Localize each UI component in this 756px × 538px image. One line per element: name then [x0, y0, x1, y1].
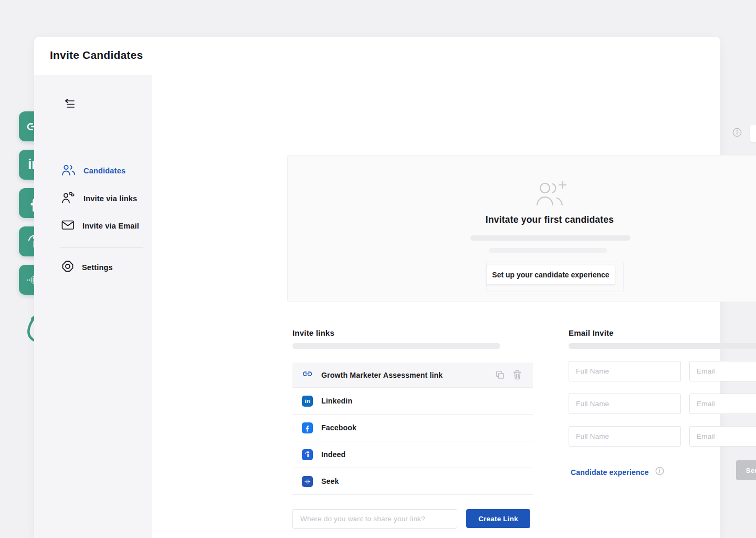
window-header: Invite Candidates [34, 37, 720, 75]
candidate-experience-label: Candidate experience [571, 468, 649, 477]
sidebar-item-label: Candidates [83, 167, 125, 175]
list-item-assessment-link[interactable]: Growth Marketer Assessment link [292, 363, 533, 388]
send-invites-button[interactable]: Send Invites [736, 460, 756, 480]
settings-icon [61, 260, 74, 275]
info-icon[interactable] [732, 128, 742, 137]
empty-state-panel: Invitate your first candidates Set up yo… [287, 155, 756, 302]
sidebar-divider [60, 247, 143, 248]
invite-candidates-window: Invite Candidates Candidates [34, 37, 720, 538]
collapse-sidebar-icon[interactable] [63, 99, 76, 109]
full-name-field[interactable] [569, 361, 681, 381]
sidebar-item-candidates[interactable]: Candidates [61, 163, 125, 178]
trash-icon[interactable] [512, 370, 522, 380]
copy-icon[interactable] [495, 370, 505, 380]
indeed-icon [302, 449, 313, 460]
skeleton-line [292, 343, 500, 349]
list-item-label: Linkedin [321, 397, 352, 405]
person-link-icon [61, 192, 76, 206]
list-item-label: Seek [321, 477, 339, 485]
list-item-label: Growth Marketer Assessment link [321, 371, 443, 379]
list-item-label: Facebook [321, 423, 356, 432]
seek-icon [302, 476, 313, 487]
sidebar: Candidates Invite via links Invite v [34, 75, 152, 538]
import-csv-button[interactable]: Import CSV [750, 124, 756, 142]
list-item-facebook[interactable]: Facebook [292, 415, 533, 441]
linkedin-icon: in [302, 396, 313, 407]
share-link-input[interactable] [292, 509, 457, 529]
empty-state-title: Invitate your first candidates [288, 214, 756, 225]
info-icon[interactable] [655, 467, 664, 478]
skeleton-line [569, 343, 756, 349]
sidebar-item-label: Settings [82, 263, 113, 272]
invite-links-list: Growth Marketer Assessment link [292, 363, 533, 495]
people-icon [61, 164, 76, 178]
skeleton-line [470, 235, 631, 241]
create-link-button[interactable]: Create Link [466, 509, 530, 528]
setup-candidate-experience-button[interactable]: Set up your candidate experience [486, 265, 615, 285]
sidebar-item-settings[interactable]: Settings [61, 260, 113, 275]
page-title: Invite Candidates [50, 49, 143, 61]
list-item-indeed[interactable]: Indeed [292, 441, 533, 468]
list-item-linkedin[interactable]: in Linkedin [292, 388, 533, 415]
facebook-icon [302, 422, 313, 433]
candidate-experience-link[interactable]: Candidate experience [571, 467, 664, 478]
skeleton-line [489, 248, 607, 253]
sidebar-item-label: Invite via Email [82, 222, 139, 230]
email-field[interactable] [689, 361, 756, 381]
full-name-field[interactable] [569, 426, 681, 447]
main-content: Import CSV Invitate your first candidate… [152, 75, 720, 538]
sidebar-item-invite-via-links[interactable]: Invite via links [61, 191, 137, 206]
people-plus-icon [533, 181, 567, 209]
email-field[interactable] [689, 426, 756, 447]
email-field[interactable] [689, 394, 756, 414]
desktop-background: { "window": { "title": "Invite Candidate… [0, 0, 756, 538]
sidebar-item-label: Invite via links [83, 194, 137, 203]
section-divider [551, 358, 551, 508]
list-item-label: Indeed [321, 450, 345, 459]
email-invite-title: Email Invite [569, 328, 614, 337]
list-item-seek[interactable]: Seek [292, 468, 533, 495]
sidebar-item-invite-via-email[interactable]: Invite via Email [61, 219, 139, 233]
link-icon [302, 368, 313, 381]
invite-links-title: Invite links [292, 328, 334, 337]
full-name-field[interactable] [569, 394, 681, 414]
envelope-icon [61, 220, 75, 232]
